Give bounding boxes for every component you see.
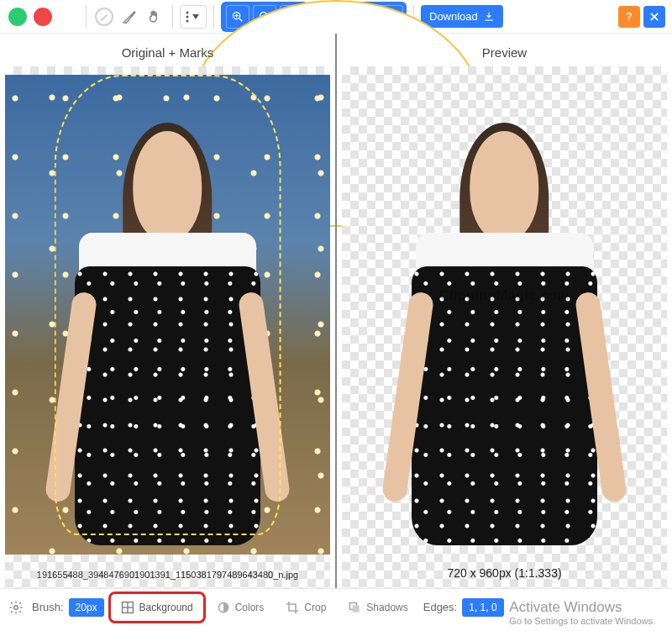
bottom-toolbar: Brush: 20px Background Colors Crop Shado… (0, 588, 672, 625)
keep-brush-button[interactable] (7, 6, 29, 28)
brush-size-control[interactable]: Brush: 20px (32, 598, 104, 617)
shadows-label: Shadows (366, 602, 407, 613)
edges-value: 1, 1, 0 (462, 598, 503, 617)
svg-rect-9 (353, 605, 360, 612)
background-icon (121, 601, 134, 614)
eraser-button[interactable] (93, 6, 115, 28)
toolbar-separator (172, 5, 173, 29)
brush-label: Brush: (32, 601, 64, 613)
svg-point-2 (186, 19, 189, 22)
question-icon: ? (626, 11, 632, 23)
download-button[interactable]: Download (421, 5, 503, 28)
svg-point-1 (186, 15, 189, 18)
shadows-icon (348, 601, 361, 614)
shadows-panel-button[interactable]: Shadows (341, 597, 414, 618)
hand-icon (147, 9, 162, 24)
help-button[interactable]: ? (618, 6, 640, 28)
scalpel-icon (122, 9, 137, 24)
colors-label: Colors (235, 602, 265, 613)
main-workspace: Original + Marks 191655488_3948476901901… (0, 34, 672, 588)
pan-button[interactable] (144, 6, 165, 28)
close-icon (648, 11, 660, 23)
filename-label: 191655488_3948476901901391_1150381797489… (5, 570, 330, 580)
kebab-icon (186, 11, 189, 23)
download-label: Download (429, 10, 478, 23)
edges-control[interactable]: Edges: 1, 1, 0 (423, 598, 504, 617)
preview-canvas[interactable]: ClippingMagic.com 720 x 960px (1:1.333) (342, 66, 667, 588)
scalpel-button[interactable] (118, 6, 140, 28)
close-button[interactable] (643, 6, 665, 28)
toolbar-separator (213, 5, 214, 29)
colors-icon (217, 601, 230, 614)
crop-icon (286, 601, 299, 614)
crop-panel-button[interactable]: Crop (279, 597, 333, 618)
zoom-in-icon (231, 10, 244, 24)
settings-button[interactable] (8, 600, 24, 615)
dimensions-label: 720 x 960px (1:1.333) (342, 566, 667, 580)
svg-point-0 (186, 11, 189, 13)
undo-history-dropdown[interactable] (180, 5, 207, 29)
preview-image: ClippingMagic.com (342, 75, 667, 555)
original-image (5, 75, 330, 555)
preview-pane: Preview Original ClippingMagic.com 720 x… (335, 34, 672, 588)
background-panel-button[interactable]: Background (113, 596, 202, 619)
brush-value: 20px (69, 598, 104, 617)
gear-icon (8, 600, 24, 615)
selection-outline (54, 75, 281, 535)
original-pane-title: Original + Marks (0, 34, 335, 66)
toolbar-separator (86, 5, 87, 29)
top-toolbar: Download ? (0, 0, 672, 34)
colors-panel-button[interactable]: Colors (210, 597, 271, 618)
background-label: Background (139, 602, 193, 613)
edges-label: Edges: (423, 601, 457, 613)
svg-point-5 (14, 605, 18, 609)
crop-label: Crop (304, 602, 326, 613)
remove-brush-button[interactable] (32, 6, 54, 28)
preview-pane-title: Preview (337, 34, 672, 66)
chevron-down-icon (192, 14, 199, 19)
original-canvas[interactable]: 191655488_3948476901901391_1150381797489… (5, 66, 330, 588)
original-pane: Original + Marks 191655488_3948476901901… (0, 34, 335, 588)
download-icon (483, 11, 495, 23)
hair-brush-button[interactable] (57, 6, 79, 28)
